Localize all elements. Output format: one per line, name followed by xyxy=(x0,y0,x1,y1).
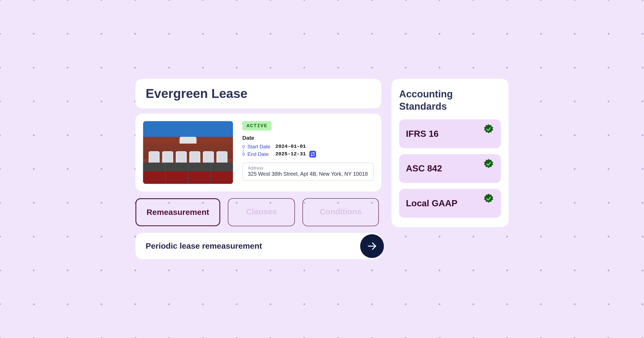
standard-name: ASC 842 xyxy=(406,163,442,174)
svg-marker-3 xyxy=(484,193,493,203)
tab-remeasurement[interactable]: Remeasurement xyxy=(136,198,220,226)
start-date-value: 2024-01-01 xyxy=(275,144,306,149)
standards-list: IFRS 16 ASC 842 Local GAAP xyxy=(399,119,501,218)
standard-item-asc842[interactable]: ASC 842 xyxy=(399,154,501,183)
lease-title: Evergreen Lease xyxy=(146,86,371,101)
arrow-right-icon xyxy=(367,241,378,252)
lease-thumbnail xyxy=(143,121,233,184)
tab-conditions[interactable]: Conditions xyxy=(302,198,379,226)
date-section-label: Date xyxy=(242,135,374,141)
date-block: Date Start Date 2024-01-01 End Date 2025… xyxy=(242,135,374,157)
go-arrow-button[interactable] xyxy=(360,234,384,258)
standard-item-localgaap[interactable]: Local GAAP xyxy=(399,189,501,217)
status-badge: ACTIVE xyxy=(242,121,272,130)
standard-item-ifrs16[interactable]: IFRS 16 xyxy=(399,119,501,148)
address-value: 325 West 38th Street, Apt 4B, New York, … xyxy=(248,171,368,177)
standards-panel: Accounting Standards IFRS 16 ASC 842 Loc… xyxy=(391,79,508,227)
start-date-row: Start Date 2024-01-01 xyxy=(247,144,374,149)
address-box: Address 325 West 38th Street, Apt 4B, Ne… xyxy=(242,163,374,181)
verified-icon xyxy=(483,158,494,169)
end-date-label: End Date xyxy=(247,151,272,157)
lease-summary-card: ACTIVE Date Start Date 2024-01-01 End Da… xyxy=(136,113,381,192)
action-card[interactable]: Periodic lease remeasurement xyxy=(136,233,381,259)
tabs-row: Remeasurement Clauses Conditions xyxy=(136,198,381,226)
repeat-icon[interactable] xyxy=(309,151,316,157)
end-date-row: End Date 2025-12-31 xyxy=(247,151,374,157)
standard-name: IFRS 16 xyxy=(406,128,439,139)
lease-title-card: Evergreen Lease xyxy=(136,79,381,108)
tab-clauses[interactable]: Clauses xyxy=(228,198,295,226)
verified-icon xyxy=(483,123,494,134)
standards-heading: Accounting Standards xyxy=(399,88,501,112)
address-label: Address xyxy=(248,166,368,170)
standard-name: Local GAAP xyxy=(406,198,458,208)
start-date-label: Start Date xyxy=(247,144,272,149)
svg-marker-1 xyxy=(484,124,493,133)
verified-icon xyxy=(483,193,494,204)
end-date-value: 2025-12-31 xyxy=(275,151,306,157)
action-label: Periodic lease remeasurement xyxy=(146,241,262,251)
svg-marker-2 xyxy=(484,159,493,168)
lease-info: ACTIVE Date Start Date 2024-01-01 End Da… xyxy=(242,121,374,184)
